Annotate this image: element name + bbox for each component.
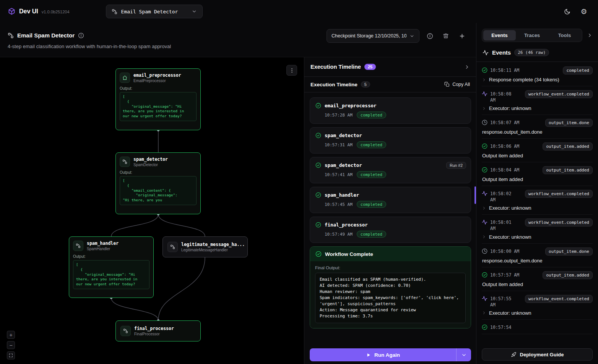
- event-item[interactable]: 10:58:07 AM output_item.done response.ou…: [482, 115, 593, 139]
- minus-icon: −: [9, 343, 12, 348]
- page-title: Email Spam Detector: [17, 32, 75, 39]
- checkpoint-storage-select[interactable]: Checkpoint Storage 12/10/2025, 10:5: [327, 29, 419, 43]
- timeline-item[interactable]: final_processor 10:57:49 AM completed: [310, 217, 471, 243]
- event-item[interactable]: 10:58:00 AM output_item.done response.ou…: [482, 244, 593, 267]
- copy-all-button[interactable]: Copy All: [444, 82, 470, 87]
- workflow-selector[interactable]: Email Spam Detector: [106, 5, 203, 18]
- event-time: 10:57:57 AM: [490, 271, 519, 278]
- app-logo-icon: [8, 8, 16, 16]
- event-type-badge: workflow_event.completed: [525, 190, 593, 198]
- workflow-icon: [73, 241, 83, 251]
- zoom-in-button[interactable]: +: [7, 331, 15, 339]
- run-number-badge: Run #2: [446, 162, 466, 169]
- activity-icon: [482, 91, 487, 97]
- event-detail-text: Executor: unknown: [489, 105, 531, 111]
- workflow-icon: [8, 32, 14, 39]
- event-item[interactable]: 10:58:04 AM output_item.added Output ite…: [482, 162, 593, 186]
- scrollbar-thumb[interactable]: [474, 186, 476, 204]
- zoom-out-button[interactable]: −: [7, 341, 15, 349]
- chevron-down-icon: [410, 34, 414, 39]
- trash-icon: [443, 33, 449, 39]
- copy-icon: [444, 82, 450, 87]
- clock-icon: [482, 120, 487, 125]
- workflow-icon: [167, 242, 178, 252]
- info-icon[interactable]: [78, 32, 84, 39]
- execution-timeline-panel: Execution Timeline 25 Execution Timeline…: [304, 57, 476, 364]
- timeline-item[interactable]: spam_detector 10:57:41 AM completed Run …: [310, 157, 471, 183]
- event-item[interactable]: 10:58:01 AM workflow_event.completed Exe…: [482, 215, 593, 243]
- checkpoint-storage-label: Checkpoint Storage 12/10/2025, 10:5: [332, 33, 406, 39]
- copy-all-label: Copy All: [452, 82, 470, 87]
- event-item[interactable]: 10:58:11 AM completed Response complete …: [482, 63, 593, 86]
- activity-icon: [482, 219, 487, 225]
- collapse-panel-button[interactable]: [464, 64, 470, 70]
- node-spam-detector[interactable]: spam_detector SpamDetector Output: [ { "…: [115, 152, 201, 214]
- event-type-badge: output_item.added: [543, 166, 593, 174]
- timeline-item-time: 10:57:41 AM: [325, 172, 353, 177]
- check-circle-icon: [482, 143, 487, 149]
- final-output-text: Email classified as SPAM (human-verified…: [315, 273, 466, 323]
- event-item[interactable]: 10:58:08 AM workflow_event.completed Exe…: [482, 86, 593, 115]
- activity-icon: [482, 191, 487, 196]
- run-options-button[interactable]: [457, 348, 471, 361]
- event-detail-text: Executor: unknown: [489, 310, 531, 316]
- deployment-guide-button[interactable]: Deployment Guide: [482, 348, 593, 361]
- node-spam-handler[interactable]: spam_handler SpamHandler Output: [ { "or…: [69, 236, 154, 298]
- event-type-badge: output_item.done: [545, 248, 593, 256]
- timeline-item[interactable]: spam_handler 10:57:45 AM completed: [310, 187, 471, 213]
- event-item[interactable]: 10:57:55 AM workflow_event.completed Exe…: [482, 291, 593, 320]
- event-item[interactable]: 10:58:06 AM output_item.added Output ite…: [482, 139, 593, 162]
- node-output-label: Output:: [120, 86, 197, 91]
- timeline-item-time: 10:57:49 AM: [325, 232, 353, 237]
- chevron-right-icon: [464, 64, 470, 70]
- canvas-menu-button[interactable]: [286, 65, 297, 76]
- timeline-item-name: spam_detector: [325, 133, 362, 138]
- event-time: 10:58:06 AM: [490, 142, 519, 149]
- chevron-right-icon: [482, 311, 486, 315]
- event-time: 10:58:11 AM: [490, 66, 519, 73]
- workflow-canvas[interactable]: email_preprocessor EmailPreprocessor Out…: [0, 57, 304, 364]
- event-type-badge: output_item.added: [543, 271, 593, 279]
- chevron-down-icon: [192, 9, 197, 14]
- event-detail-text: response.output_item.done: [482, 258, 543, 264]
- collapse-panel-button[interactable]: [585, 31, 594, 40]
- event-item[interactable]: 10:57:57 AM output_item.added Output ite…: [482, 267, 593, 291]
- timeline-item-name: email_preprocessor: [325, 103, 376, 108]
- node-title: spam_detector: [133, 157, 168, 162]
- node-output-code: [ { "original_message": "Hi there, are y…: [73, 260, 150, 289]
- play-icon: [366, 353, 371, 358]
- event-type-badge: workflow_event.completed: [525, 90, 593, 98]
- fit-view-button[interactable]: [7, 351, 15, 359]
- panel-tabs: Events Traces Tools: [482, 29, 582, 42]
- settings-button[interactable]: ⚙: [577, 5, 590, 18]
- node-email-preprocessor[interactable]: email_preprocessor EmailPreprocessor Out…: [115, 68, 201, 130]
- run-again-button[interactable]: Run Again: [310, 348, 471, 361]
- node-final-processor[interactable]: final_processor FinalProcessor: [115, 320, 201, 341]
- event-item[interactable]: 10:57:54: [482, 320, 593, 334]
- node-output-code: [ { "original_message": "Hi there, are y…: [120, 92, 197, 121]
- dark-mode-toggle[interactable]: [561, 5, 574, 18]
- tab-events[interactable]: Events: [483, 30, 516, 40]
- timeline-item[interactable]: spam_detector 10:57:31 AM completed: [310, 127, 471, 154]
- event-detail-text: Output item added: [482, 176, 523, 182]
- event-detail-text: Executor: unknown: [489, 234, 531, 240]
- delete-button[interactable]: [440, 30, 452, 42]
- add-button[interactable]: [456, 30, 468, 42]
- event-time: 10:58:04 AM: [490, 166, 519, 173]
- tab-tools[interactable]: Tools: [548, 30, 581, 40]
- timeline-item-time: 10:57:31 AM: [325, 142, 353, 147]
- chevron-right-icon: [587, 32, 593, 38]
- event-time: 10:58:02 AM: [490, 190, 514, 203]
- workflow-selector-label: Email Spam Detector: [121, 9, 178, 15]
- event-item[interactable]: 10:58:02 AM workflow_event.completed Exe…: [482, 186, 593, 215]
- tab-traces[interactable]: Traces: [516, 30, 548, 40]
- check-circle-icon: [315, 192, 321, 198]
- info-button[interactable]: [424, 30, 435, 42]
- plus-icon: +: [9, 332, 12, 338]
- event-detail-text: Response complete (34 tokens): [489, 77, 559, 83]
- node-subtitle: EmailPreprocessor: [133, 79, 181, 83]
- maximize-icon: [9, 353, 13, 358]
- gear-icon: ⚙: [580, 8, 587, 15]
- node-legitimate-message-handler[interactable]: legitimate_message_ha... LegitimateMessa…: [162, 236, 248, 257]
- timeline-item[interactable]: email_preprocessor 10:57:28 AM completed: [310, 97, 471, 124]
